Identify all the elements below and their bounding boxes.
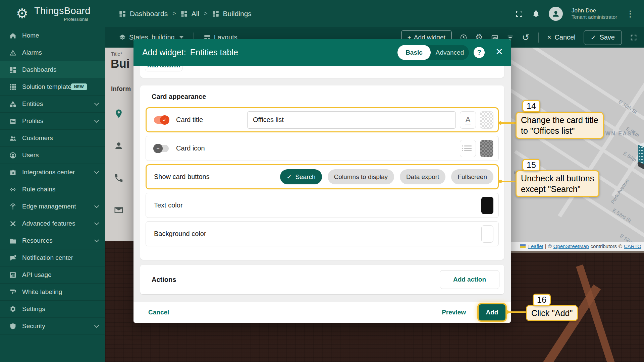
chip-columns-to-display[interactable]: Columns to display: [328, 169, 394, 184]
title-color-swatch-button[interactable]: [480, 111, 493, 129]
columns-section-remnant: Add column: [140, 66, 504, 78]
card-icon-toggle[interactable]: −: [154, 145, 169, 152]
home-icon: [9, 32, 17, 40]
chip-fullscreen[interactable]: Fullscreen: [451, 169, 493, 184]
card-title-input[interactable]: [247, 111, 456, 129]
background-color-label: Background color: [154, 230, 206, 238]
openstreetmap-link[interactable]: OpenStreetMap: [553, 243, 589, 249]
profiles-icon: [9, 117, 17, 125]
breadcrumb-item-all[interactable]: All: [181, 10, 199, 18]
save-label: Save: [599, 34, 615, 41]
sidebar-nav: HomeAlarmsDashboardsSolution templatesNE…: [0, 27, 105, 335]
sidebar-item-resources[interactable]: Resources: [0, 232, 105, 249]
help-icon[interactable]: ?: [474, 47, 485, 58]
user-info[interactable]: John Doe Tenant administrator: [572, 7, 617, 20]
chip-label: Search: [295, 173, 315, 181]
brand-name: ThingsBoard: [34, 5, 91, 16]
background-color-swatch-button[interactable]: [481, 225, 493, 243]
sidebar-item-customers[interactable]: Customers: [0, 130, 105, 147]
text-color-swatch-button[interactable]: [481, 197, 493, 214]
sidebar-item-white-labeling[interactable]: White labeling: [0, 284, 105, 301]
sidebar-item-api-usage[interactable]: API usage: [0, 266, 105, 284]
user-avatar[interactable]: [549, 7, 563, 21]
leaflet-map[interactable]: E 56th StE 55thE 54th StPark AvenueE 53r…: [511, 48, 644, 251]
chevron-down-icon: [94, 221, 99, 225]
card-icon-row: − Card icon: [146, 136, 499, 161]
icon-color-swatch-button[interactable]: [480, 140, 493, 157]
icon-select-button[interactable]: [460, 140, 476, 157]
expand-fullscreen-icon[interactable]: [630, 34, 637, 41]
email-icon: [114, 205, 124, 215]
dialog-title: Add widget: Entities table: [142, 48, 238, 57]
dialog-cancel-button[interactable]: Cancel: [148, 309, 169, 316]
text-color-label: Text color: [154, 201, 183, 209]
sidebar-item-security[interactable]: Security: [0, 318, 105, 335]
fullscreen-icon[interactable]: [515, 10, 523, 18]
cancel-edit-label: Cancel: [554, 34, 575, 41]
sidebar-item-edge-management[interactable]: Edge management: [0, 198, 105, 215]
resources-icon: [9, 237, 17, 245]
basic-advanced-toggle[interactable]: Basic Advanced: [397, 45, 469, 60]
cancel-edit-button[interactable]: × Cancel: [547, 34, 576, 41]
sidebar-item-dashboards[interactable]: Dashboards: [0, 61, 105, 78]
carto-link[interactable]: CARTO: [624, 243, 641, 249]
white-labeling-icon: [9, 288, 17, 296]
title-font-settings-button[interactable]: A: [460, 111, 476, 129]
ukraine-flag-icon: [520, 244, 526, 248]
card-appearance-heading: Card appearance: [152, 93, 499, 101]
sidebar-item-label: Solution templates: [22, 83, 74, 90]
breadcrumb-item-dashboards[interactable]: Dashboards: [119, 10, 168, 18]
tab-advanced[interactable]: Advanced: [431, 49, 469, 56]
tab-basic[interactable]: Basic: [397, 45, 431, 60]
sidebar-item-label: Customers: [22, 134, 53, 142]
sidebar-item-advanced-features[interactable]: Advanced features: [0, 215, 105, 232]
rule-chains-icon: [9, 185, 17, 193]
chevron-down-icon: [94, 203, 99, 208]
sidebar-item-settings[interactable]: Settings: [0, 301, 105, 318]
brand-logo[interactable]: ⚙ ThingsBoard Professional: [0, 0, 105, 27]
preview-button[interactable]: Preview: [442, 309, 466, 316]
sidebar-item-integrations-center[interactable]: Integrations center: [0, 164, 105, 181]
sidebar-item-notification-center[interactable]: Notification center: [0, 249, 105, 266]
breadcrumb-item-buildings[interactable]: Buildings: [212, 10, 252, 18]
location-pin-icon: [114, 109, 124, 119]
sidebar-item-home[interactable]: Home: [0, 27, 105, 44]
add-widget-dialog: Add widget: Entities table Basic Advance…: [133, 39, 511, 323]
save-dashboard-button[interactable]: ✓ Save: [584, 30, 622, 45]
sidebar-item-alarms[interactable]: Alarms: [0, 44, 105, 61]
dashboards-icon: [181, 10, 187, 17]
breadcrumb: Dashboards>All>Buildings: [119, 10, 252, 18]
chip-search[interactable]: ✓Search: [280, 169, 322, 184]
sidebar-item-label: Users: [22, 152, 39, 159]
user-role: Tenant administrator: [572, 14, 617, 20]
sidebar-item-solution-templates[interactable]: Solution templatesNEW: [0, 78, 105, 96]
caret-down-icon: [179, 36, 183, 39]
chip-data-export[interactable]: Data export: [400, 169, 445, 184]
add-widget-confirm-button[interactable]: Add: [479, 304, 505, 320]
dialog-title-prefix: Add widget:: [142, 48, 186, 57]
sidebar-item-entities[interactable]: Entities: [0, 96, 105, 113]
dialog-body: Add column Card appearance ✓ Card title …: [133, 66, 511, 302]
leaflet-link[interactable]: Leaflet: [528, 243, 543, 249]
sidebar-item-profiles[interactable]: Profiles: [0, 113, 105, 130]
card-title-toggle[interactable]: ✓: [154, 116, 169, 124]
add-action-button[interactable]: Add action: [440, 270, 499, 289]
close-icon[interactable]: ×: [496, 46, 503, 58]
sidebar-item-rule-chains[interactable]: Rule chains: [0, 181, 105, 198]
sidebar-item-users[interactable]: Users: [0, 147, 105, 164]
sidebar-item-label: Profiles: [22, 117, 43, 125]
sidebar-item-label: Notification center: [22, 254, 73, 261]
dialog-header: Add widget: Entities table Basic Advance…: [133, 39, 511, 66]
check-icon: ✓: [591, 34, 596, 42]
building-marker-icon[interactable]: [638, 140, 644, 174]
form-tab-information[interactable]: Inform: [111, 85, 131, 93]
breadcrumb-label: All: [192, 10, 199, 18]
notifications-bell-icon[interactable]: [532, 10, 540, 18]
version-history-icon[interactable]: ↺: [522, 32, 530, 43]
actions-section: Actions Add action: [140, 265, 504, 294]
kebab-menu-icon[interactable]: ⋮: [626, 10, 635, 17]
customers-icon: [9, 134, 17, 142]
chevron-down-icon: [94, 323, 99, 328]
sidebar-item-label: Security: [22, 322, 45, 330]
card-buttons-chips: ✓SearchColumns to displayData exportFull…: [280, 169, 493, 184]
